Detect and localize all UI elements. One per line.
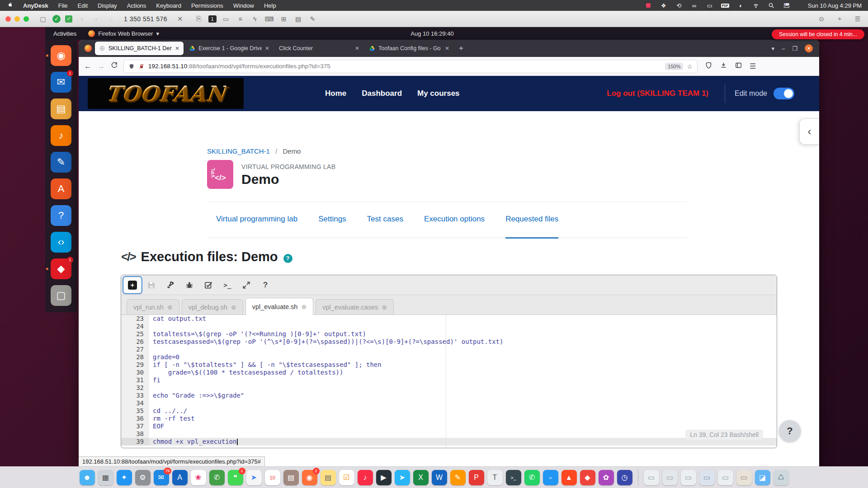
dock-item-system-settings[interactable]: ⚙ xyxy=(135,470,151,485)
add-session-icon[interactable]: ＋ xyxy=(835,14,844,24)
monitor-grid-icon[interactable]: ⊞ xyxy=(279,14,289,24)
dock-item-notes[interactable]: ▤ xyxy=(321,470,336,485)
tab-execution-options[interactable]: Execution options xyxy=(424,215,485,238)
macos-clock[interactable]: Sun 10 Aug 4:29 PM xyxy=(808,2,862,9)
dock-item-facetime[interactable]: ✆ xyxy=(209,470,225,485)
tab-close-icon[interactable]: ✕ xyxy=(175,45,179,52)
dock-item-downloads-folder[interactable]: ◪ xyxy=(755,470,770,485)
nav-link-my-courses[interactable]: My courses xyxy=(417,89,460,98)
bookmark-star-icon[interactable]: ☆ xyxy=(687,63,693,70)
minimize-icon[interactable]: – xyxy=(782,45,785,52)
edit-mode-toggle[interactable] xyxy=(774,88,794,99)
help-button[interactable]: ? xyxy=(257,277,274,293)
actions-lightning-icon[interactable]: ϟ xyxy=(250,14,260,24)
file-tab-close-icon[interactable]: ⊗ xyxy=(167,304,173,311)
menu-icon[interactable]: ☰ xyxy=(750,62,756,70)
file-tab-vpl_evaluate-sh[interactable]: vpl_evaluate.sh⊗ xyxy=(245,298,314,315)
menubar-menu-actions[interactable]: Actions xyxy=(127,2,146,9)
close-session-icon[interactable]: ✕ xyxy=(177,15,183,23)
menubar-app-name[interactable]: AnyDesk xyxy=(23,2,48,9)
heading-help-icon[interactable]: ? xyxy=(283,254,292,263)
list-all-tabs-icon[interactable]: ▾ xyxy=(772,45,775,52)
tab-requested-files[interactable]: Requested files xyxy=(505,215,558,239)
record-session-icon[interactable]: ⊙ xyxy=(816,14,826,24)
logout-link[interactable]: Log out (SKILLING TEAM 1) xyxy=(607,89,708,98)
menubar-menu-permissions[interactable]: Permissions xyxy=(191,2,223,9)
dock-item-music[interactable]: ♪ xyxy=(358,470,373,485)
anydesk-icon[interactable]: ❖ xyxy=(660,2,668,9)
dock-item-app-store[interactable]: A xyxy=(172,470,188,485)
dock-item-terminal[interactable]: >_ xyxy=(506,470,521,485)
minimize-window-button[interactable] xyxy=(14,16,20,22)
dock-item-mail[interactable]: ✉79 xyxy=(154,470,169,485)
record-indicator-icon[interactable] xyxy=(644,2,652,9)
tab-close-icon[interactable]: ✕ xyxy=(355,45,359,52)
menubar-menu-window[interactable]: Window xyxy=(233,2,254,9)
dock-item-safari[interactable]: ✦ xyxy=(117,470,132,485)
tab-test-cases[interactable]: Test cases xyxy=(367,215,403,238)
debug-button[interactable] xyxy=(181,277,198,293)
dock-item-window-thumbnail-5[interactable]: ▭ xyxy=(718,470,733,485)
dock-item-tv[interactable]: ▶ xyxy=(376,470,392,485)
code-editor[interactable]: 23cat output.txt2425totaltests=\$(grep -… xyxy=(121,315,777,448)
new-session-icon[interactable]: ⎘ xyxy=(194,14,204,24)
dock-item-clock[interactable]: ◷ xyxy=(617,470,632,485)
tab-settings[interactable]: Settings xyxy=(318,215,346,238)
ink-icon[interactable]: ◖ xyxy=(736,2,745,9)
control-center-icon[interactable] xyxy=(783,2,791,9)
ubuntu-clock[interactable]: Aug 10 16:29:40 xyxy=(410,30,453,37)
dock-item-launchpad[interactable]: ▦ xyxy=(98,470,113,485)
tab-virtual-programming-lab[interactable]: Virtual programming lab xyxy=(216,215,297,238)
fullscreen-icon[interactable]: ▭ xyxy=(221,14,231,24)
dock-item-finder[interactable]: ☻ xyxy=(80,470,95,485)
file-tab-close-icon[interactable]: ⊗ xyxy=(301,303,307,310)
menubar-menu-file[interactable]: File xyxy=(58,2,68,9)
extension-shield-icon[interactable] xyxy=(705,61,712,71)
dock-item-window-thumbnail-4[interactable]: ▭ xyxy=(699,470,715,485)
display-icon[interactable]: ▤ xyxy=(293,14,303,24)
menubar-menu-keyboard[interactable]: Keyboard xyxy=(156,2,181,9)
forward-button[interactable]: → xyxy=(97,62,105,71)
tab-close-icon[interactable]: ✕ xyxy=(265,45,269,52)
meta-icon[interactable]: ∞ xyxy=(690,2,698,9)
dock-item-messages[interactable]: ❝1 xyxy=(228,470,243,485)
ubuntu-dock-item-anydesk[interactable]: ◆1 xyxy=(51,258,71,279)
dock-item-books[interactable]: ▤ xyxy=(283,470,299,485)
file-tab-vpl_evaluate-cases[interactable]: vpl_evaluate.cases⊗ xyxy=(316,299,394,314)
floating-help-button[interactable]: ? xyxy=(779,420,801,442)
dock-item-calendar[interactable]: 10 xyxy=(265,470,280,485)
evaluate-button[interactable] xyxy=(200,277,217,293)
dock-item-anydesk[interactable]: ◆ xyxy=(580,470,595,485)
ubuntu-dock-item-libreoffice-writer[interactable]: ✎ xyxy=(51,152,71,173)
activities-button[interactable]: Activities xyxy=(53,30,76,37)
app-menu[interactable]: Firefox Web Browser ▾ xyxy=(88,30,159,37)
dock-item-textedit[interactable]: T xyxy=(487,470,503,485)
back-button[interactable]: ← xyxy=(84,62,92,71)
console-button[interactable]: >_ xyxy=(219,277,236,293)
file-tab-close-icon[interactable]: ⊗ xyxy=(382,304,387,311)
file-tab-vpl_run-sh[interactable]: vpl_run.sh⊗ xyxy=(127,299,179,314)
wifi-icon[interactable] xyxy=(752,2,760,9)
anydesk-address[interactable]: 1 350 551 576 xyxy=(124,15,167,23)
nav-link-home[interactable]: Home xyxy=(325,89,346,98)
whiteboard-pen-icon[interactable]: ✎ xyxy=(308,14,318,24)
browser-tab-4[interactable]: Toofaan Config files - Go✕ xyxy=(365,42,453,55)
ubuntu-dock-item-firefox[interactable]: ◉ xyxy=(51,45,71,66)
breadcrumb-course-link[interactable]: SKILLING_BATCH-1 xyxy=(207,147,270,155)
dock-item-pixelmator[interactable]: ✿ xyxy=(599,470,614,485)
ubuntu-dock-item-help[interactable]: ? xyxy=(51,205,71,226)
dock-item-telegram[interactable]: ➤ xyxy=(395,470,410,485)
zoom-window-button[interactable] xyxy=(24,16,29,22)
restore-icon[interactable]: ❐ xyxy=(792,45,797,52)
dock-item-pdf-reader[interactable]: P xyxy=(469,470,484,485)
dock-item-firefox[interactable]: ◉2 xyxy=(302,470,317,485)
cast-icon[interactable]: ▭ xyxy=(706,2,714,9)
ubuntu-dock-item-screen-tool[interactable]: ▢ xyxy=(51,285,71,306)
downloads-icon[interactable] xyxy=(720,61,727,71)
close-icon[interactable]: ✕ xyxy=(805,44,813,52)
ubuntu-dock-item-thunderbird[interactable]: ✉1 xyxy=(51,72,71,93)
close-window-button[interactable] xyxy=(5,16,11,22)
search-icon[interactable] xyxy=(767,2,775,9)
dock-item-window-thumbnail-3[interactable]: ▭ xyxy=(681,470,696,485)
ubuntu-dock-item-files[interactable]: ▤ xyxy=(51,99,71,119)
